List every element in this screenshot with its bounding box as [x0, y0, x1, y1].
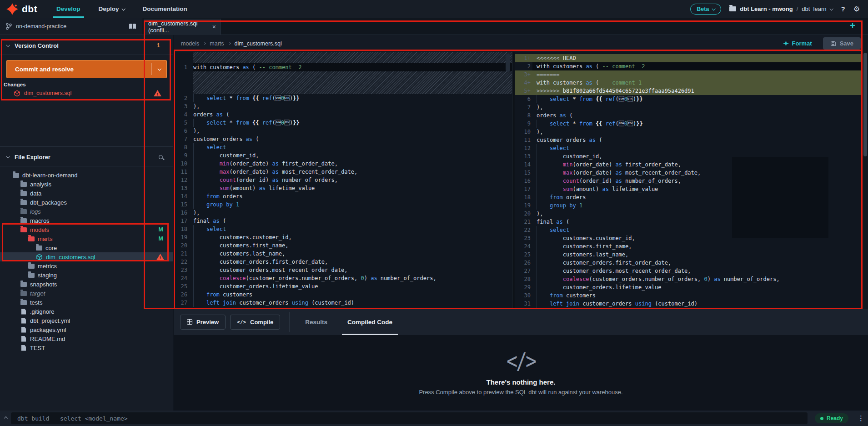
- version-control-header[interactable]: Version Control 1: [0, 38, 173, 53]
- search-icon[interactable]: [159, 155, 163, 159]
- branch-selector[interactable]: on-demand-practice: [16, 23, 125, 30]
- line-number: 6: [173, 127, 193, 135]
- line-number: 24: [515, 242, 532, 251]
- commit-and-resolve-button[interactable]: Commit and resolve: [6, 60, 167, 78]
- line-number: 1+: [515, 54, 532, 62]
- page-scrollbar-thumb[interactable]: [863, 53, 867, 156]
- tree-item-label: metrics: [38, 263, 173, 270]
- editor-pane-local[interactable]: 1with customers as ( -- comment 22 selec…: [173, 52, 512, 309]
- code-line: 4orders as (: [173, 110, 512, 119]
- dbt-logo[interactable]: dbt: [6, 3, 47, 15]
- kebab-menu-icon[interactable]: ⋮: [858, 414, 864, 422]
- gear-icon[interactable]: ⚙: [853, 5, 860, 13]
- chevron-down-icon: [6, 43, 10, 47]
- code-line: 14 from orders: [173, 192, 512, 200]
- chevron-up-icon[interactable]: [4, 416, 8, 420]
- line-number: 20: [515, 210, 532, 218]
- nav-label: Develop: [56, 5, 80, 12]
- breadcrumb-item[interactable]: models: [181, 40, 199, 47]
- folder-item-core[interactable]: core: [0, 243, 173, 252]
- code-line: 3+=======: [515, 70, 862, 79]
- tree-item-label: README.md: [30, 336, 173, 342]
- file-item-dbt-project-yml[interactable]: dbt_project.yml: [0, 316, 173, 325]
- folder-item-target[interactable]: target: [0, 289, 173, 298]
- nav-item-deploy[interactable]: Deploy: [90, 0, 134, 18]
- tree-item-label: logs: [30, 208, 173, 215]
- file-item-packages-yml[interactable]: packages.yml: [0, 325, 173, 334]
- preview-button[interactable]: Preview: [180, 315, 226, 330]
- folder-icon: [20, 209, 27, 214]
- commit-options-dropdown[interactable]: [152, 68, 166, 70]
- editor-scrollbar-thumb[interactable]: [506, 54, 510, 72]
- line-number: 16: [173, 209, 193, 217]
- conflict-spacer-row: [173, 71, 512, 94]
- file-item--gitignore[interactable]: .gitignore: [0, 307, 173, 316]
- tab-results[interactable]: Results: [295, 309, 337, 335]
- folder-item-macros[interactable]: macros: [0, 216, 173, 225]
- tree-item-label: snapshots: [30, 281, 173, 288]
- folder-item-dbt-packages[interactable]: dbt_packages: [0, 198, 173, 207]
- code-line: 4+with customers as ( -- comment 1: [515, 79, 862, 87]
- changed-file-name: dim_customers.sql: [24, 90, 173, 96]
- folder-item-metrics[interactable]: metrics: [0, 261, 173, 271]
- line-number: 7: [173, 135, 193, 143]
- tree-item-label: TEST: [30, 345, 173, 351]
- conflict-spacer-row: [173, 52, 512, 63]
- breadcrumb-item[interactable]: marts: [210, 40, 224, 47]
- folder-item-staging[interactable]: staging: [0, 271, 173, 280]
- line-number: 25: [515, 251, 532, 259]
- folder-item-data[interactable]: data: [0, 189, 173, 198]
- line-number: 3+: [515, 70, 532, 79]
- folder-item-models[interactable]: modelsM: [0, 225, 173, 234]
- code-line: 26 from customers: [173, 291, 512, 299]
- code-line: 6 select * from {{ ref(0)}}: [515, 95, 862, 103]
- close-icon[interactable]: ×: [212, 23, 216, 30]
- sidebar: Version Control 1 Commit and resolve Cha…: [0, 35, 173, 411]
- line-number: 20: [173, 241, 193, 250]
- docs-book-icon[interactable]: [129, 23, 136, 30]
- file-item-test[interactable]: TEST: [0, 343, 173, 352]
- nav-item-develop[interactable]: Develop: [47, 0, 90, 18]
- save-button[interactable]: Save: [823, 37, 861, 50]
- add-tab-button[interactable]: +: [850, 20, 855, 31]
- command-bar: Ready ⋮: [0, 411, 868, 426]
- folder-item-logs[interactable]: logs: [0, 207, 173, 216]
- nav-item-documentation[interactable]: Documentation: [134, 0, 196, 18]
- help-icon[interactable]: ?: [841, 5, 845, 13]
- format-button[interactable]: Format: [783, 40, 812, 47]
- folder-item-tests[interactable]: tests: [0, 298, 173, 307]
- dbt-logo-text: dbt: [22, 4, 37, 15]
- line-number: 1: [173, 63, 193, 71]
- line-number: 26: [173, 291, 193, 299]
- tab-dim-customers[interactable]: dim_customers.sql (confli... ×: [144, 19, 221, 35]
- account-project-selector[interactable]: dbt Learn - mwong / dbt_learn: [729, 5, 833, 12]
- code-line: 20 customers.first_name,: [173, 241, 512, 250]
- breadcrumb-item[interactable]: dim_customers.sql: [235, 40, 282, 47]
- folder-item-dim-customers-sql[interactable]: dim_customers.sql: [0, 252, 173, 261]
- line-number: 10: [173, 160, 193, 168]
- folder-item-snapshots[interactable]: snapshots: [0, 280, 173, 289]
- git-branch-icon: [5, 23, 12, 30]
- command-input[interactable]: [11, 412, 808, 424]
- folder-item-marts[interactable]: martsM: [0, 234, 173, 243]
- modified-badge: M: [159, 226, 163, 233]
- modified-badge: M: [159, 236, 163, 242]
- code-line: 31 left join customer_orders using (cust…: [515, 300, 862, 308]
- changed-file-row[interactable]: dim_customers.sql: [0, 88, 173, 98]
- code-line: 28 coalesce(customer_orders.number_of_or…: [515, 275, 862, 283]
- folder-item-dbt-learn-on-demand[interactable]: dbt-learn-on-demand: [0, 170, 173, 180]
- file-explorer-header[interactable]: File Explorer: [0, 149, 173, 165]
- line-number: 27: [173, 299, 193, 307]
- compile-button[interactable]: </> Compile: [230, 315, 280, 330]
- chevron-right-icon: [203, 42, 206, 45]
- breadcrumb-separator: /: [797, 5, 798, 12]
- file-item-readme-md[interactable]: README.md: [0, 334, 173, 343]
- folder-item-analysis[interactable]: analysis: [0, 180, 173, 189]
- pane-divider[interactable]: [512, 52, 515, 309]
- folder-icon: [20, 227, 27, 232]
- code-line: 10 min(order_date) as first_order_date,: [173, 160, 512, 168]
- code-line: 8orders as (: [515, 111, 862, 120]
- beta-dropdown[interactable]: Beta: [690, 4, 721, 15]
- line-number: 30: [515, 291, 532, 300]
- tab-compiled-code[interactable]: Compiled Code: [337, 309, 402, 335]
